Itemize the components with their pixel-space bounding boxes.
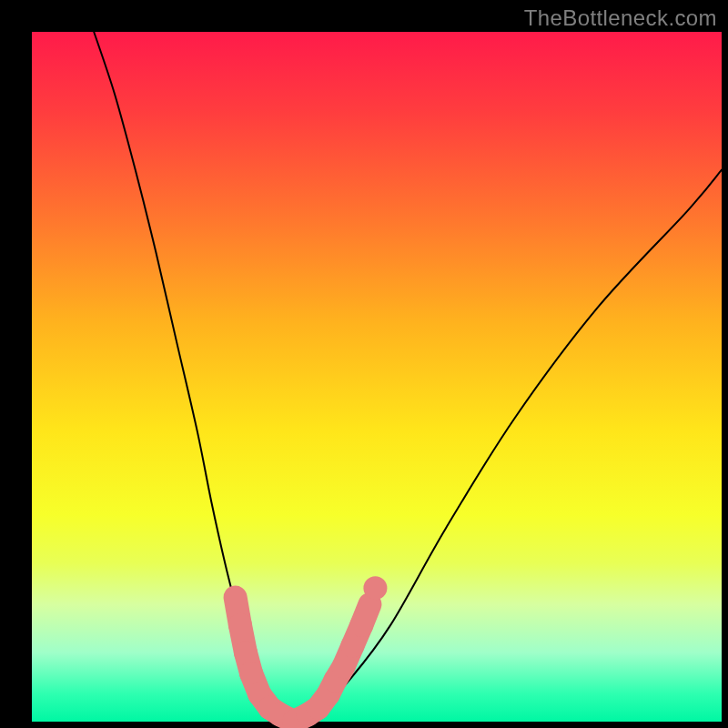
bottleneck-curve [94,32,722,722]
plot-area [32,32,722,722]
marker-dot [363,576,387,600]
chart-stage: TheBottleneck.com [0,0,728,728]
watermark-text: TheBottleneck.com [524,5,717,31]
marker-group [236,576,388,722]
chart-svg [32,32,722,722]
marker-segment [361,604,369,625]
